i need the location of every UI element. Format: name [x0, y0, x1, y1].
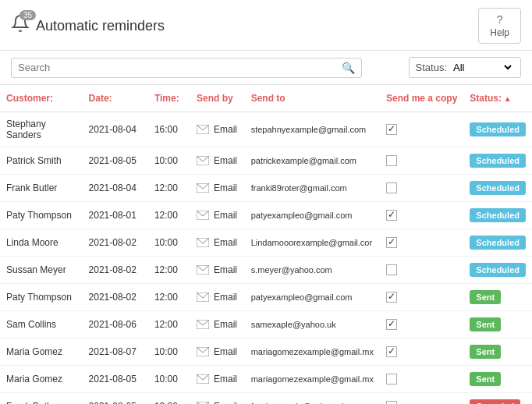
cell-customer: Paty Thompson: [0, 202, 83, 229]
copy-checkbox[interactable]: [386, 237, 397, 248]
status-badge: Sent: [470, 372, 501, 386]
cell-sendby: Email: [190, 175, 245, 202]
cell-status: Sent: [463, 366, 532, 393]
cell-customer: Maria Gomez: [0, 338, 83, 366]
cell-time: 12:00: [148, 175, 190, 202]
cell-sendto: patyexampleo@gmail.com: [245, 202, 380, 229]
cell-time: 12:00: [148, 311, 190, 338]
bell-icon: 35: [11, 14, 30, 37]
cell-date: 2021-08-05: [83, 393, 148, 405]
status-badge: Scheduled: [470, 122, 526, 136]
cell-copy: [380, 393, 463, 405]
status-select[interactable]: All Scheduled Sent Canceled: [450, 61, 514, 74]
cell-sendto: Lindamooorexample@gmail.cor: [245, 229, 380, 257]
col-header-time[interactable]: Time:: [148, 85, 190, 112]
cell-sendby: Email: [190, 229, 245, 257]
copy-checkbox[interactable]: [386, 319, 397, 330]
cell-status: Scheduled: [463, 147, 532, 175]
cell-sendto: mariagomezexample@gmail.mx: [245, 338, 380, 366]
copy-checkbox[interactable]: [386, 124, 397, 135]
cell-copy: [380, 112, 463, 147]
email-icon: [197, 374, 209, 384]
email-icon: [197, 292, 209, 302]
copy-checkbox[interactable]: [386, 155, 397, 166]
cell-status: Scheduled: [463, 112, 532, 147]
cell-sendby: Email: [190, 202, 245, 229]
cell-sendby: Email: [190, 112, 245, 147]
copy-checkbox[interactable]: [386, 401, 397, 404]
cell-copy: [380, 311, 463, 338]
col-header-customer[interactable]: Customer:: [0, 85, 83, 112]
email-icon: [197, 347, 209, 356]
search-icon: 🔍: [342, 62, 355, 74]
cell-status: Scheduled: [463, 175, 532, 202]
table-row: Linda Moore 2021-08-02 10:00 Email Linda…: [0, 229, 532, 257]
cell-time: 16:00: [148, 112, 190, 147]
cell-date: 2021-08-02: [83, 257, 148, 284]
table-row: Maria Gomez 2021-08-05 10:00 Email maria…: [0, 366, 532, 393]
cell-status: Sent: [463, 338, 532, 366]
status-badge: Scheduled: [470, 236, 526, 250]
cell-time: 10:00: [148, 229, 190, 257]
cell-copy: [380, 229, 463, 257]
cell-copy: [380, 366, 463, 393]
cell-sendby: Email: [190, 393, 245, 405]
email-icon: [197, 265, 209, 275]
status-badge: Canceled: [470, 399, 520, 404]
col-header-date[interactable]: Date:: [83, 85, 148, 112]
copy-checkbox[interactable]: [386, 292, 397, 303]
help-button[interactable]: ? Help: [478, 8, 521, 44]
copy-checkbox[interactable]: [386, 183, 397, 193]
help-icon: ?: [497, 13, 503, 26]
cell-status: Sent: [463, 284, 532, 311]
email-icon: [197, 320, 209, 329]
email-icon: [197, 238, 209, 247]
reminders-table: Customer: Date: Time: Send by Send to Se…: [0, 85, 532, 404]
cell-date: 2021-08-01: [83, 202, 148, 229]
table-row: Sam Collins 2021-08-06 12:00 Email samex…: [0, 311, 532, 338]
cell-customer: Stephany Sanders: [0, 112, 83, 147]
col-header-sendby[interactable]: Send by: [190, 85, 245, 112]
cell-date: 2021-08-05: [83, 366, 148, 393]
search-input[interactable]: [18, 62, 342, 73]
copy-checkbox[interactable]: [386, 374, 397, 385]
col-header-copy[interactable]: Send me a copy: [380, 85, 463, 112]
cell-copy: [380, 257, 463, 284]
cell-sendby: Email: [190, 284, 245, 311]
copy-checkbox[interactable]: [386, 346, 397, 357]
cell-sendto: samexaple@yahoo.uk: [245, 311, 380, 338]
copy-checkbox[interactable]: [386, 264, 397, 275]
cell-customer: Patrick Smith: [0, 147, 83, 175]
table-body: Stephany Sanders 2021-08-04 16:00 Email …: [0, 112, 532, 405]
cell-time: 12:00: [148, 202, 190, 229]
table-row: Frank Butler 2021-08-04 12:00 Email fran…: [0, 175, 532, 202]
cell-copy: [380, 175, 463, 202]
cell-time: 12:00: [148, 393, 190, 405]
status-badge: Scheduled: [470, 181, 526, 195]
status-badge: Scheduled: [470, 208, 526, 222]
table-row: Paty Thompson 2021-08-02 12:00 Email pat…: [0, 284, 532, 311]
table-row: Frank Butler 2021-08-05 12:00 Email fran…: [0, 393, 532, 405]
cell-sendto: s.meyer@yahoo.com: [245, 257, 380, 284]
email-icon: [197, 211, 209, 220]
status-badge: Sent: [470, 290, 501, 304]
cell-customer: Linda Moore: [0, 229, 83, 257]
table-row: Patrick Smith 2021-08-05 10:00 Email pat…: [0, 147, 532, 175]
cell-sendby: Email: [190, 366, 245, 393]
table-row: Maria Gomez 2021-08-07 10:00 Email maria…: [0, 338, 532, 366]
toolbar: 🔍 Status: All Scheduled Sent Canceled: [0, 51, 532, 85]
status-badge: Scheduled: [470, 263, 526, 277]
help-label: Help: [490, 27, 509, 38]
status-badge: Sent: [470, 345, 501, 359]
cell-date: 2021-08-02: [83, 284, 148, 311]
email-icon: [197, 183, 209, 193]
col-header-status[interactable]: Status:: [463, 85, 532, 112]
header-left: 35 Automatic reminders: [11, 14, 165, 37]
table-header: Customer: Date: Time: Send by Send to Se…: [0, 85, 532, 112]
cell-time: 10:00: [148, 366, 190, 393]
copy-checkbox[interactable]: [386, 210, 397, 221]
cell-time: 12:00: [148, 284, 190, 311]
cell-customer: Frank Butler: [0, 175, 83, 202]
col-header-sendto[interactable]: Send to: [245, 85, 380, 112]
cell-time: 10:00: [148, 338, 190, 366]
